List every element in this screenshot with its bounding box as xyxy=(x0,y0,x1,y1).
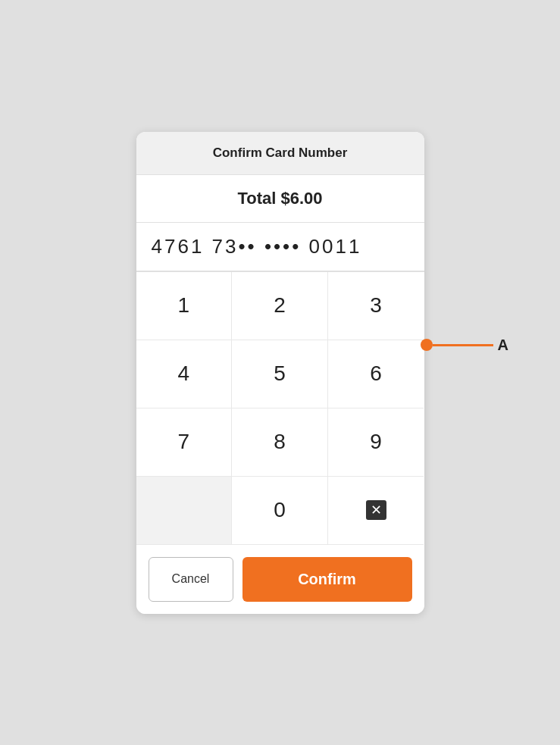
backspace-button[interactable]: ✕ xyxy=(328,477,424,545)
key-4[interactable]: 4 xyxy=(136,340,233,408)
total-section: Total $6.00 xyxy=(136,175,424,223)
dialog-title: Confirm Card Number xyxy=(213,146,348,160)
page-wrapper: Confirm Card Number Total $6.00 4761 73•… xyxy=(136,132,424,614)
key-9[interactable]: 9 xyxy=(328,408,424,477)
key-7[interactable]: 7 xyxy=(136,408,233,477)
key-5[interactable]: 5 xyxy=(232,340,328,408)
total-amount: Total $6.00 xyxy=(237,189,322,208)
dialog-footer: Cancel Confirm xyxy=(136,545,424,614)
confirm-button[interactable]: Confirm xyxy=(242,557,412,602)
key-2[interactable]: 2 xyxy=(232,272,328,340)
cancel-button[interactable]: Cancel xyxy=(149,557,233,602)
key-8[interactable]: 8 xyxy=(232,408,328,477)
annotation-a-line xyxy=(433,344,493,346)
backspace-icon: ✕ xyxy=(366,500,386,520)
annotation-a: A xyxy=(421,337,508,354)
card-number-display: 4761 73•• •••• 0011 xyxy=(152,235,362,258)
dialog-header: Confirm Card Number xyxy=(136,132,424,175)
key-1[interactable]: 1 xyxy=(136,272,233,340)
confirm-card-dialog: Confirm Card Number Total $6.00 4761 73•… xyxy=(136,132,424,614)
keypad: 1 2 3 4 5 6 7 8 9 0 ✕ xyxy=(136,271,424,545)
key-6[interactable]: 6 xyxy=(328,340,424,408)
key-3[interactable]: 3 xyxy=(328,272,424,340)
key-empty xyxy=(136,477,233,545)
annotation-a-label: A xyxy=(498,337,508,354)
key-0[interactable]: 0 xyxy=(232,477,328,545)
card-number-section: 4761 73•• •••• 0011 xyxy=(136,223,424,271)
